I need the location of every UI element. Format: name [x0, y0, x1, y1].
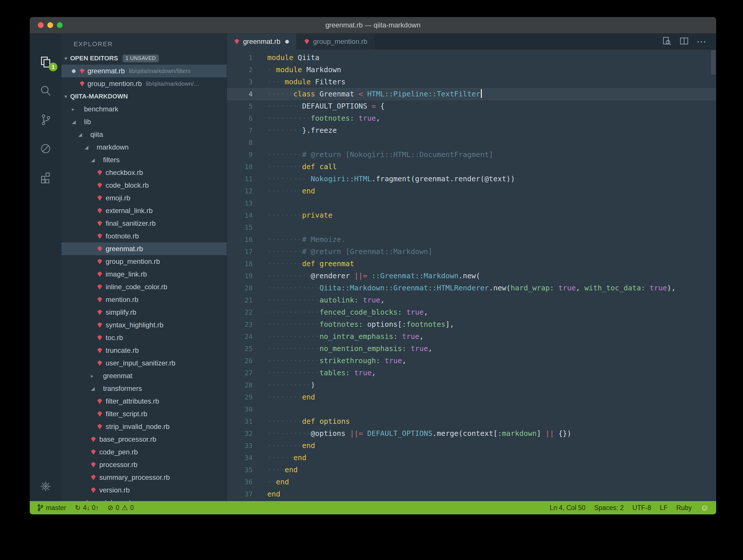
feedback-smiley-icon[interactable]: ☺: [700, 503, 709, 512]
code-line[interactable]: 31········def options: [227, 416, 716, 428]
indentation[interactable]: Spaces: 2: [594, 504, 623, 512]
code-line[interactable]: 19··········@renderer ||= ::Greenmat::Ma…: [227, 270, 716, 282]
code-line[interactable]: 9········# @return [Nokogiri::HTML::Docu…: [227, 149, 716, 161]
tree-item-benchmark[interactable]: ▸benchmark: [61, 103, 227, 116]
open-preview-button[interactable]: [662, 36, 672, 47]
open-editor-item[interactable]: greenmat.rblib/qiita/markdown/filters: [61, 64, 227, 77]
ruby-file-icon: [91, 462, 96, 468]
cursor-position[interactable]: Ln 4, Col 50: [550, 504, 585, 512]
tree-item-processor.rb[interactable]: processor.rb: [61, 459, 227, 471]
tree-item-markdown.rb[interactable]: markdown.rb: [61, 497, 227, 501]
tree-item-markdown[interactable]: ◢markdown: [61, 141, 227, 154]
activity-extensions[interactable]: [30, 163, 61, 192]
activity-settings[interactable]: [30, 473, 61, 500]
tree-item-greenmat.rb[interactable]: greenmat.rb: [61, 243, 227, 255]
code-line[interactable]: 7········}.freeze: [227, 124, 716, 136]
tree-item-simplify.rb[interactable]: simplify.rb: [61, 306, 227, 319]
tree-item-footnote.rb[interactable]: footnote.rb: [61, 230, 227, 243]
code-line[interactable]: 28··········): [227, 379, 716, 391]
tree-item-greenmat[interactable]: ▸greenmat: [61, 370, 227, 382]
tree-item-mention.rb[interactable]: mention.rb: [61, 293, 227, 306]
item-label: filter_attributes.rb: [106, 397, 159, 405]
code-line[interactable]: 23············footnotes: options[:footno…: [227, 318, 716, 331]
tree-item-code_block.rb[interactable]: code_block.rb: [61, 179, 227, 192]
tree-item-summary_processor.rb[interactable]: summary_processor.rb: [61, 471, 227, 484]
text-cursor: [481, 89, 482, 98]
code-line[interactable]: 32··········@options ||= DEFAULT_OPTIONS…: [227, 428, 716, 440]
code-line[interactable]: 10········def call: [227, 161, 716, 173]
problems-status[interactable]: ⊘ 0 ⚠ 0: [107, 504, 134, 512]
code-line[interactable]: 18········def greenmat: [227, 258, 716, 270]
title-bar[interactable]: greenmat.rb — qiita-markdown: [30, 17, 716, 34]
tree-item-truncate.rb[interactable]: truncate.rb: [61, 344, 227, 357]
tree-item-syntax_highlight.rb[interactable]: syntax_highlight.rb: [61, 319, 227, 331]
tree-item-filters[interactable]: ◢filters: [61, 154, 227, 166]
code-line[interactable]: 29········end: [227, 391, 716, 403]
activity-explorer[interactable]: 1: [30, 48, 61, 77]
code-line[interactable]: 16········# Memoize.: [227, 233, 716, 246]
language-mode[interactable]: Ruby: [676, 504, 692, 512]
git-branch-status[interactable]: master: [37, 504, 66, 512]
tree-item-transformers[interactable]: ◢transformers: [61, 382, 227, 395]
tab-group_mention.rb[interactable]: group_mention.rb: [297, 34, 375, 50]
tree-item-qiita[interactable]: ◢qiita: [61, 128, 227, 141]
code-line[interactable]: 33········end: [227, 440, 716, 452]
eol-indicator[interactable]: LF: [660, 504, 668, 512]
code-line[interactable]: 4······class Greenmat < HTML::Pipeline::…: [227, 88, 716, 100]
project-header[interactable]: ▾ QIITA-MARKDOWN: [61, 90, 227, 103]
sync-status[interactable]: ↻ 4↓ 0↑: [75, 504, 99, 512]
code-line[interactable]: 5········DEFAULT_OPTIONS = {: [227, 100, 716, 112]
code-line[interactable]: 6··········footnotes: true,: [227, 112, 716, 124]
tree-item-final_sanitizer.rb[interactable]: final_sanitizer.rb: [61, 217, 227, 230]
tree-item-external_link.rb[interactable]: external_link.rb: [61, 204, 227, 217]
tree-item-version.rb[interactable]: version.rb: [61, 484, 227, 497]
tree-item-filter_attributes.rb[interactable]: filter_attributes.rb: [61, 395, 227, 407]
code-line[interactable]: 34······end: [227, 452, 716, 464]
code-line[interactable]: 26············strikethrough: true,: [227, 355, 716, 367]
more-actions-icon[interactable]: ⋯: [697, 39, 706, 44]
activity-search[interactable]: [30, 77, 61, 105]
tree-item-filter_script.rb[interactable]: filter_script.rb: [61, 407, 227, 420]
tree-item-emoji.rb[interactable]: emoji.rb: [61, 192, 227, 204]
tree-item-base_processor.rb[interactable]: base_processor.rb: [61, 433, 227, 446]
code-line[interactable]: 30: [227, 403, 716, 416]
code-line[interactable]: 36··end: [227, 476, 716, 488]
scrollbar-thumb[interactable]: [711, 50, 715, 75]
code-line[interactable]: 35····end: [227, 464, 716, 476]
tree-item-group_mention.rb[interactable]: group_mention.rb: [61, 255, 227, 268]
code-line[interactable]: 25············no_mention_emphasis: true,: [227, 343, 716, 355]
tree-item-image_link.rb[interactable]: image_link.rb: [61, 268, 227, 281]
tree-item-lib[interactable]: ◢lib: [61, 116, 227, 128]
code-line[interactable]: 15: [227, 221, 716, 233]
tab-greenmat.rb[interactable]: greenmat.rb: [227, 34, 297, 50]
code-line[interactable]: 17········# @return [Greenmat::Markdown]: [227, 246, 716, 258]
tree-item-user_input_sanitizer.rb[interactable]: user_input_sanitizer.rb: [61, 357, 227, 370]
code-line[interactable]: 8: [227, 136, 716, 149]
tree-item-toc.rb[interactable]: toc.rb: [61, 331, 227, 344]
code-line[interactable]: 22············fenced_code_blocks: true,: [227, 306, 716, 318]
code-line[interactable]: 37end: [227, 488, 716, 500]
open-editor-item[interactable]: group_mention.rblib/qiita/markdown/…: [61, 77, 227, 90]
code-line[interactable]: 12········end: [227, 185, 716, 197]
open-editors-header[interactable]: ▾ OPEN EDITORS 1 UNSAVED: [61, 52, 227, 64]
code-text: [253, 136, 267, 149]
encoding[interactable]: UTF-8: [632, 504, 651, 512]
tree-item-code_pen.rb[interactable]: code_pen.rb: [61, 446, 227, 459]
code-line[interactable]: 2··module Markdown: [227, 64, 716, 76]
item-label: mention.rb: [106, 296, 138, 304]
code-line[interactable]: 1module Qiita: [227, 52, 716, 64]
activity-debug[interactable]: [30, 134, 61, 163]
code-line[interactable]: 24············no_intra_emphasis: true,: [227, 331, 716, 343]
code-line[interactable]: 13: [227, 197, 716, 209]
tree-item-strip_invalid_node.rb[interactable]: strip_invalid_node.rb: [61, 420, 227, 433]
code-line[interactable]: 27············tables: true,: [227, 367, 716, 379]
tree-item-inline_code_color.rb[interactable]: inline_code_color.rb: [61, 281, 227, 293]
code-line[interactable]: 11··········Nokogiri::HTML.fragment(gree…: [227, 173, 716, 185]
code-line[interactable]: 14········private: [227, 209, 716, 221]
tree-item-checkbox.rb[interactable]: checkbox.rb: [61, 166, 227, 179]
code-line[interactable]: 3····module Filters: [227, 76, 716, 88]
split-editor-button[interactable]: [679, 36, 689, 47]
code-line[interactable]: 20············Qiita::Markdown::Greenmat:…: [227, 282, 716, 294]
code-line[interactable]: 21············autolink: true,: [227, 294, 716, 306]
activity-source-control[interactable]: [30, 105, 61, 134]
